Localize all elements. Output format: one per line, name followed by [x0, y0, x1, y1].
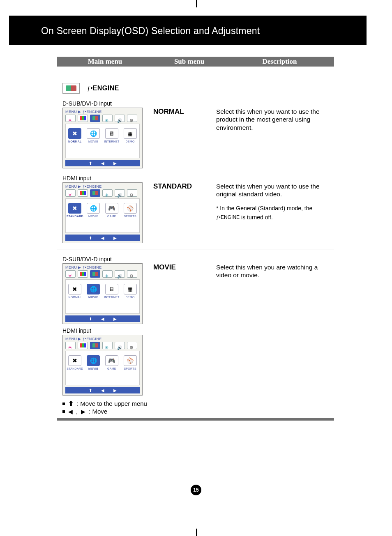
arrow-right-icon: ▶: [81, 408, 85, 415]
desc-movie: Select this when you are watching a vide…: [216, 263, 334, 279]
tab-brightness-icon[interactable]: [65, 270, 76, 278]
mode-standard-icon: ✖: [68, 203, 81, 214]
nav-right-icon[interactable]: ▶: [113, 317, 117, 321]
osd-nav-bar: ⬆ ◀ ▶: [65, 315, 140, 322]
legend-lr-sep: ,: [76, 408, 78, 415]
nav-left-icon[interactable]: ◀: [101, 317, 104, 321]
section-standard: HDMI input MENU ▶ ƒ•ENGINE ✖STANDARD 🌐MO…: [57, 173, 334, 243]
nav-left-icon[interactable]: ◀: [101, 388, 104, 393]
mode-movie[interactable]: 🌐MOVIE: [85, 284, 101, 299]
mode-demo[interactable]: ▦DEMO: [122, 128, 138, 143]
desc-standard: Select this when you want to use the ori…: [216, 182, 334, 198]
mode-movie[interactable]: 🌐MOVIE: [85, 128, 101, 143]
page-number: 15: [191, 485, 201, 495]
mode-sports[interactable]: ⚾SPORTS: [122, 203, 138, 218]
mode-standard[interactable]: ✖STANDARD: [67, 355, 83, 370]
tab-flag-icon[interactable]: [102, 342, 113, 349]
engine-heading: ƒ•ENGINE: [62, 83, 334, 94]
mode-normal[interactable]: ✖NORMAL: [67, 128, 83, 143]
nav-up-icon[interactable]: ⬆: [89, 388, 92, 393]
section-movie: D-SUB/DVI-D input MENU ▶ ƒ•ENGINE ✖NORMA…: [57, 253, 334, 396]
osd-tab-row: [63, 189, 142, 198]
nav-left-icon[interactable]: ◀: [101, 236, 104, 240]
section-normal: D-SUB/DVI-D input MENU ▶ ƒ•ENGINE ✖NORMA…: [57, 98, 334, 168]
tab-flag-icon[interactable]: [102, 189, 113, 197]
nav-right-icon[interactable]: ▶: [113, 388, 117, 393]
tab-color-icon[interactable]: [78, 342, 88, 349]
mode-game[interactable]: 🎮GAME: [104, 355, 120, 370]
osd-tab-row: [63, 270, 142, 279]
tab-engine-icon[interactable]: [90, 115, 100, 122]
mode-internet[interactable]: 🖥INTERNET: [104, 284, 120, 299]
nav-up-icon[interactable]: ⬆: [89, 236, 92, 240]
separator-line: [57, 249, 334, 249]
desc-normal: Select this when you want to use the pro…: [216, 108, 334, 131]
tab-color-icon[interactable]: [78, 189, 88, 197]
tab-brightness-icon[interactable]: [65, 342, 76, 349]
mode-internet-icon: 🖥: [105, 284, 118, 294]
nav-up-icon[interactable]: ⬆: [89, 161, 92, 166]
note-suffix: is turned off.: [241, 214, 273, 221]
legend-row-lr: ◀ , ▶ : Move: [62, 408, 334, 415]
tab-audio-icon[interactable]: [115, 270, 125, 278]
tab-audio-icon[interactable]: [115, 115, 125, 122]
tab-brightness-icon[interactable]: [65, 115, 76, 122]
page-title: On Screen Display(OSD) Selection and Adj…: [41, 25, 260, 37]
nav-up-icon[interactable]: ⬆: [89, 317, 92, 321]
col-header-desc: Description: [225, 58, 334, 66]
mode-demo-icon: ▦: [124, 128, 137, 139]
tab-flag-icon[interactable]: [102, 270, 113, 278]
engine-label: ƒ•ENGINE: [87, 85, 119, 92]
mode-sports[interactable]: ⚾SPORTS: [122, 355, 138, 370]
mode-standard[interactable]: ✖STANDARD: [67, 203, 83, 218]
mode-normal-icon: ✖: [68, 128, 81, 139]
tab-settings-icon[interactable]: [127, 270, 137, 278]
osd-nav-bar: ⬆ ◀ ▶: [65, 387, 140, 393]
mode-internet-icon: 🖥: [105, 128, 118, 139]
osd-nav-bar: ⬆ ◀ ▶: [65, 160, 140, 166]
crop-mark-top: [196, 0, 197, 7]
tab-settings-icon[interactable]: [127, 115, 137, 122]
tab-settings-icon[interactable]: [127, 342, 137, 349]
mode-movie[interactable]: 🌐MOVIE: [85, 203, 101, 218]
tab-color-icon[interactable]: [78, 270, 88, 278]
osd-screenshot-c1: MENU ▶ ƒ•ENGINE ✖NORMAL 🌐MOVIE 🖥INTERNET…: [62, 263, 143, 324]
osd-nav-bar: ⬆ ◀ ▶: [65, 235, 140, 241]
mode-movie[interactable]: 🌐MOVIE: [85, 355, 101, 370]
engine-icon: [66, 85, 76, 91]
mode-game-icon: 🎮: [105, 355, 118, 366]
submenu-standard: STANDARD: [153, 182, 213, 191]
tab-engine-icon[interactable]: [90, 189, 100, 197]
mode-game[interactable]: 🎮GAME: [104, 203, 120, 218]
engine-prefix: ƒ•: [87, 85, 93, 92]
input-label-c2: HDMI input: [62, 327, 153, 334]
tab-flag-icon[interactable]: [102, 115, 113, 122]
mode-movie-icon: 🌐: [87, 203, 100, 214]
legend-up-text: : Move to the upper menu: [77, 400, 147, 407]
input-label-c1: D-SUB/DVI-D input: [62, 256, 153, 262]
osd-screenshot-b: MENU ▶ ƒ•ENGINE ✖STANDARD 🌐MOVIE 🎮GAME ⚾…: [62, 182, 143, 243]
mode-normal[interactable]: ✖NORMAL: [67, 284, 83, 299]
osd-breadcrumb: MENU ▶ ƒ•ENGINE: [63, 108, 142, 115]
mode-demo[interactable]: ▦DEMO: [122, 284, 138, 299]
mode-demo-icon: ▦: [124, 284, 137, 294]
tab-color-icon[interactable]: [78, 115, 88, 122]
nav-right-icon[interactable]: ▶: [113, 161, 117, 166]
col-header-main: Main menu: [57, 58, 153, 66]
bottom-divider: [57, 418, 334, 421]
bullet-icon: [62, 410, 65, 413]
mode-internet[interactable]: 🖥INTERNET: [104, 128, 120, 143]
tab-settings-icon[interactable]: [127, 189, 137, 197]
tab-audio-icon[interactable]: [115, 342, 125, 349]
nav-legend: ⬆ : Move to the upper menu ◀ , ▶ : Move: [62, 400, 334, 415]
tab-engine-icon[interactable]: [90, 270, 100, 278]
tab-audio-icon[interactable]: [115, 189, 125, 197]
nav-right-icon[interactable]: ▶: [113, 236, 117, 240]
crop-mark-bottom: [196, 529, 197, 536]
osd-breadcrumb: MENU ▶ ƒ•ENGINE: [63, 264, 142, 270]
tab-engine-icon[interactable]: [90, 342, 100, 349]
nav-left-icon[interactable]: ◀: [101, 161, 104, 166]
mode-sports-icon: ⚾: [124, 355, 137, 366]
mode-normal-icon: ✖: [68, 284, 81, 294]
tab-brightness-icon[interactable]: [65, 189, 76, 197]
